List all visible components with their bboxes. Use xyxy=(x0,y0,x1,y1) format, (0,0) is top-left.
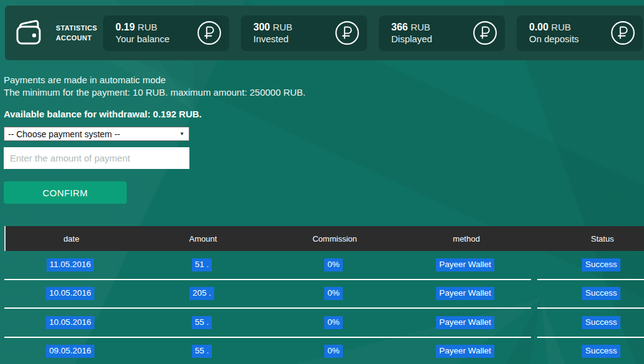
commission-value: 0% xyxy=(324,345,343,358)
status-badge: Success xyxy=(582,316,620,329)
card-label: On deposits xyxy=(529,34,579,44)
card-value-line: 300 RUB xyxy=(253,22,293,33)
card-label: Displayed xyxy=(391,34,432,44)
balance-card-displayed: 366 RUB Displayed xyxy=(379,16,505,51)
amount-value: 55 . xyxy=(192,316,212,329)
cell-status: Success xyxy=(537,309,644,338)
balance-card-on-deposits: 0.00 RUB On deposits xyxy=(517,16,643,51)
card-currency: RUB xyxy=(410,22,430,32)
cell-status: Success xyxy=(537,338,644,364)
cell-commission: 0% xyxy=(268,251,399,280)
statistics-account-label: STATISTICS ACCOUNT xyxy=(56,23,94,43)
card-value-line: 0.19 RUB xyxy=(116,22,170,33)
info-line-1: Payments are made in automatic mode xyxy=(4,74,306,86)
col-header-date: date xyxy=(6,234,137,243)
col-header-commission: Commission xyxy=(269,234,401,243)
cell-amount: 51 . xyxy=(136,251,268,280)
row-gap xyxy=(531,251,537,280)
cell-date: 10.05.2016 xyxy=(4,309,136,338)
status-badge: Success xyxy=(582,287,620,300)
table-row: 10.05.2016 205 . 0% Payeer Wallet Succes… xyxy=(4,280,644,309)
payments-table: date Amount Commission method Status 11.… xyxy=(4,226,644,364)
table-row: 11.05.2016 51 . 0% Payeer Wallet Success xyxy=(4,251,644,280)
wallet-icon xyxy=(15,20,42,46)
status-badge: Success xyxy=(582,258,620,271)
balance-card-invested: 300 RUB Invested xyxy=(241,16,367,51)
commission-value: 0% xyxy=(324,287,343,300)
card-text: 0.00 RUB On deposits xyxy=(529,22,579,44)
method-value: Payeer Wallet xyxy=(436,287,494,300)
date-value: 09.05.2016 xyxy=(46,345,94,358)
statistics-label-line2: ACCOUNT xyxy=(56,33,94,43)
payment-system-select-wrap: -- Choose payment system -- ▼ xyxy=(4,127,189,141)
cell-commission: 0% xyxy=(268,309,399,338)
method-value: Payeer Wallet xyxy=(436,316,494,329)
card-text: 0.19 RUB Your balance xyxy=(116,22,170,44)
wallet-block: STATISTICS ACCOUNT xyxy=(15,20,94,46)
card-label: Invested xyxy=(253,34,293,44)
ruble-circle-icon xyxy=(335,20,360,45)
row-gap xyxy=(531,280,537,309)
ruble-circle-icon xyxy=(197,20,222,45)
amount-input[interactable] xyxy=(4,147,189,169)
ruble-circle-icon xyxy=(473,20,497,45)
date-value: 10.05.2016 xyxy=(46,316,94,329)
available-balance-text: Available balance for withdrawal: 0.192 … xyxy=(4,109,306,119)
row-gap xyxy=(531,338,537,364)
statistics-bar: STATISTICS ACCOUNT 0.19 RUB Your balance… xyxy=(5,6,644,60)
table-header: date Amount Commission method Status xyxy=(4,226,644,251)
card-value: 0.19 xyxy=(116,22,135,32)
card-value: 0.00 xyxy=(529,22,548,32)
cell-date: 09.05.2016 xyxy=(4,338,136,364)
card-currency: RUB xyxy=(273,22,293,32)
cell-method: Payeer Wallet xyxy=(399,309,531,338)
col-header-status: Status xyxy=(538,234,644,243)
balance-card-your-balance: 0.19 RUB Your balance xyxy=(103,16,229,51)
cell-method: Payeer Wallet xyxy=(399,251,531,280)
cell-commission: 0% xyxy=(268,338,399,364)
card-value-line: 366 RUB xyxy=(391,22,432,33)
amount-value: 55 . xyxy=(192,345,212,358)
cell-amount: 55 . xyxy=(136,338,268,364)
card-label: Your balance xyxy=(116,34,170,44)
amount-value: 51 . xyxy=(192,258,212,271)
card-currency: RUB xyxy=(551,22,571,32)
col-header-method: method xyxy=(401,234,532,243)
method-value: Payeer Wallet xyxy=(436,258,494,271)
col-header-amount: Amount xyxy=(137,234,269,243)
page: { "stats_bar": { "title_line1": "STATIST… xyxy=(0,0,644,364)
table-body: 11.05.2016 51 . 0% Payeer Wallet Success… xyxy=(4,251,644,364)
date-value: 10.05.2016 xyxy=(46,287,94,300)
cell-amount: 205 . xyxy=(136,280,268,309)
status-badge: Success xyxy=(582,345,620,358)
card-text: 366 RUB Displayed xyxy=(391,22,432,44)
cell-commission: 0% xyxy=(268,280,399,309)
commission-value: 0% xyxy=(324,316,343,329)
amount-value: 205 . xyxy=(189,287,214,300)
card-text: 300 RUB Invested xyxy=(253,22,293,44)
commission-value: 0% xyxy=(324,258,343,271)
card-value: 300 xyxy=(253,22,270,32)
balance-cards: 0.19 RUB Your balance 300 RUB Invested 3… xyxy=(103,16,643,51)
cell-method: Payeer Wallet xyxy=(399,280,531,309)
card-currency: RUB xyxy=(138,22,158,32)
cell-method: Payeer Wallet xyxy=(399,338,531,364)
cell-date: 11.05.2016 xyxy=(4,251,136,280)
card-value: 366 xyxy=(391,22,408,32)
cell-status: Success xyxy=(537,280,644,309)
withdrawal-section: Payments are made in automatic mode The … xyxy=(4,74,306,204)
row-gap xyxy=(531,309,537,338)
card-value-line: 0.00 RUB xyxy=(529,22,579,33)
method-value: Payeer Wallet xyxy=(436,345,494,358)
table-row: 09.05.2016 55 . 0% Payeer Wallet Success xyxy=(4,338,644,364)
cell-status: Success xyxy=(537,251,644,280)
info-line-2: The minimum for the payment: 10 RUB. max… xyxy=(4,86,306,99)
confirm-button[interactable]: CONFIRM xyxy=(4,181,127,204)
table-row: 10.05.2016 55 . 0% Payeer Wallet Success xyxy=(4,309,644,338)
payment-system-select[interactable]: -- Choose payment system -- xyxy=(4,127,189,141)
statistics-label-line1: STATISTICS xyxy=(56,23,94,34)
cell-date: 10.05.2016 xyxy=(4,280,136,309)
ruble-circle-icon xyxy=(610,20,635,45)
cell-amount: 55 . xyxy=(136,309,268,338)
date-value: 11.05.2016 xyxy=(47,258,94,271)
